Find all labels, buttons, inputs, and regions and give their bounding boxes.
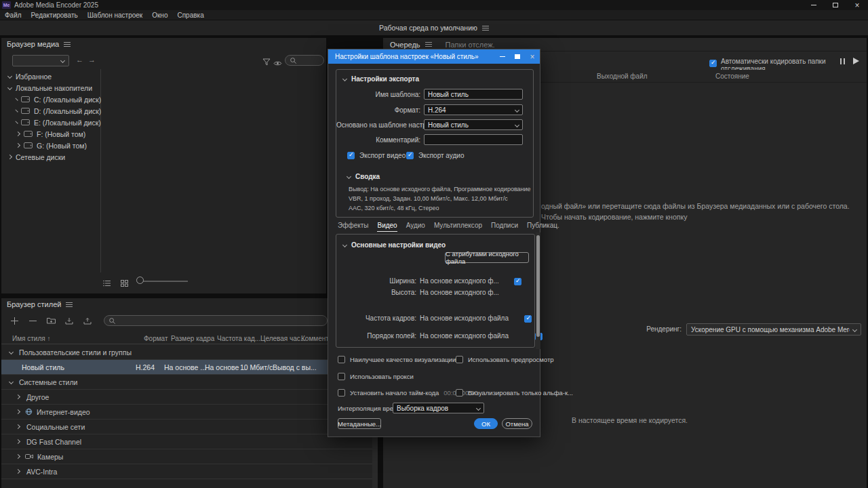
preset-group-social[interactable]: Социальные сети — [1, 420, 378, 434]
zoom-slider-track[interactable] — [138, 281, 188, 282]
basic-video-settings-section[interactable]: Основные настройки видео — [343, 241, 446, 249]
dialog-close-button[interactable]: × — [525, 49, 540, 64]
minimize-button[interactable] — [803, 0, 825, 10]
export-audio-checkbox[interactable] — [406, 152, 414, 159]
preset-group-web-video[interactable]: Интернет-видео — [1, 405, 378, 420]
chevron-right-icon[interactable] — [16, 469, 20, 474]
tab-multiplexer[interactable]: Мультиплексор — [434, 222, 482, 232]
play-icon[interactable] — [853, 58, 859, 64]
chevron-right-icon[interactable] — [16, 143, 20, 148]
chevron-right-icon[interactable] — [16, 454, 20, 459]
chevron-right-icon[interactable] — [15, 98, 18, 100]
preset-search-box[interactable] — [104, 315, 328, 326]
menu-file[interactable]: Файл — [0, 10, 26, 20]
tree-item-drive-f[interactable]: F: (Новый том) — [1, 128, 100, 140]
metadata-button[interactable]: Метаданные... — [338, 418, 381, 429]
panel-menu-icon[interactable] — [482, 26, 489, 30]
menu-help[interactable]: Справка — [172, 10, 208, 20]
start-timecode-checkbox[interactable] — [338, 389, 345, 396]
chevron-right-icon[interactable] — [16, 424, 20, 429]
tree-item-favorites[interactable]: Избранное — [1, 70, 100, 82]
thumbnail-view-icon[interactable] — [121, 277, 128, 289]
chevron-down-icon[interactable] — [9, 380, 14, 384]
menu-preset[interactable]: Шаблон настроек — [83, 10, 148, 20]
preset-group-cameras[interactable]: Камеры — [1, 449, 378, 464]
tab-publish[interactable]: Публикац. — [527, 222, 559, 232]
workspace-selector[interactable]: Рабочая среда по умолчанию — [379, 24, 489, 32]
render-alpha-checkbox[interactable] — [456, 389, 463, 396]
chevron-right-icon[interactable] — [16, 439, 20, 444]
create-preset-button[interactable] — [9, 316, 19, 325]
preset-row-selected[interactable]: Новый стиль H.264 На основе ... На основ… — [1, 360, 378, 375]
eye-icon[interactable] — [273, 57, 282, 69]
match-source-button[interactable]: С атрибутами исходного файла — [445, 252, 529, 263]
chevron-down-icon[interactable] — [342, 77, 347, 81]
column-name[interactable]: Имя стиля ↑ — [12, 334, 50, 342]
search-input[interactable] — [119, 317, 323, 325]
close-button[interactable]: × — [846, 0, 868, 10]
menu-window[interactable]: Окно — [147, 10, 172, 20]
time-interpolation-select[interactable]: Выборка кадров — [393, 403, 484, 413]
panel-menu-icon[interactable] — [64, 42, 71, 47]
chevron-right-icon[interactable] — [15, 121, 18, 123]
create-group-button[interactable] — [46, 316, 56, 325]
tab-effects[interactable]: Эффекты — [338, 222, 368, 232]
chevron-right-icon[interactable] — [15, 109, 18, 112]
dialog-titlebar[interactable]: Настройки шаблона настроек «Новый стиль»… — [328, 49, 540, 64]
delete-preset-button[interactable] — [28, 316, 37, 325]
tree-item-drive-e[interactable]: E: (Локальный диск) — [1, 117, 100, 128]
maximize-button[interactable] — [825, 0, 846, 10]
import-preset-button[interactable] — [64, 316, 74, 325]
media-search-box[interactable] — [285, 55, 324, 66]
tab-video[interactable]: Видео — [377, 222, 397, 232]
tab-audio[interactable]: Аудио — [406, 222, 425, 232]
based-on-select[interactable]: Новый стиль — [424, 119, 523, 130]
export-video-checkbox[interactable] — [347, 152, 355, 159]
chevron-down-icon[interactable] — [9, 350, 14, 354]
tree-item-drive-d[interactable]: D: (Локальный диск) — [1, 105, 100, 117]
export-preset-button[interactable] — [83, 316, 92, 325]
media-view-dropdown[interactable] — [12, 55, 69, 66]
column-status[interactable]: Состояние — [715, 73, 749, 80]
scrollbar-thumb[interactable] — [536, 235, 540, 337]
pause-icon[interactable] — [840, 58, 845, 64]
tree-item-network-drives[interactable]: Сетевые диски — [1, 151, 100, 163]
chevron-down-icon[interactable] — [7, 74, 12, 79]
auto-encode-checkbox[interactable] — [709, 60, 717, 67]
preset-group-system[interactable]: Системные стили — [1, 375, 378, 390]
dialog-scrollbar[interactable] — [536, 232, 540, 349]
use-preview-checkbox[interactable] — [456, 356, 463, 363]
summary-section[interactable]: Сводка — [347, 173, 380, 180]
ok-button[interactable]: ОК — [474, 418, 498, 429]
menu-edit[interactable]: Редактировать — [26, 10, 83, 20]
chevron-right-icon[interactable] — [7, 155, 12, 159]
column-output-file[interactable]: Выходной файл — [597, 73, 648, 80]
frame-rate-source-checkbox[interactable] — [524, 315, 532, 323]
preset-group-user[interactable]: Пользовательские стили и группы — [1, 345, 378, 360]
chevron-right-icon[interactable] — [16, 409, 20, 414]
tree-item-drive-g[interactable]: G: (Новый том) — [1, 140, 100, 151]
zoom-slider-knob[interactable] — [136, 277, 144, 284]
chevron-right-icon[interactable] — [16, 131, 20, 136]
column-format[interactable]: Формат — [144, 334, 168, 342]
chevron-right-icon[interactable] — [16, 394, 20, 399]
chevron-down-icon[interactable] — [342, 243, 347, 247]
back-arrow-icon[interactable] — [76, 56, 83, 64]
chevron-down-icon[interactable] — [347, 174, 351, 179]
preset-name-input[interactable] — [424, 89, 523, 100]
panel-menu-icon[interactable] — [66, 302, 73, 307]
filter-icon[interactable] — [262, 56, 271, 68]
comment-input[interactable] — [424, 134, 523, 145]
export-settings-section[interactable]: Настройки экспорта — [343, 75, 419, 83]
list-view-icon[interactable] — [103, 277, 111, 289]
panel-menu-icon[interactable] — [425, 42, 432, 47]
tree-item-drive-c[interactable]: C: (Локальный диск) — [1, 94, 100, 105]
use-proxies-checkbox[interactable] — [338, 373, 345, 380]
format-select[interactable]: H.264 — [424, 104, 523, 115]
preset-group-dg-fast-channel[interactable]: DG Fast Channel — [1, 434, 378, 449]
tree-item-local-drives[interactable]: Локальные накопители — [1, 82, 100, 94]
renderer-dropdown[interactable]: Ускорение GPU с помощью механизма Adobe … — [686, 323, 861, 336]
cancel-button[interactable]: Отмена — [502, 418, 532, 429]
width-source-checkbox[interactable] — [514, 278, 521, 285]
column-frame-size[interactable]: Размер кадра — [171, 334, 214, 342]
